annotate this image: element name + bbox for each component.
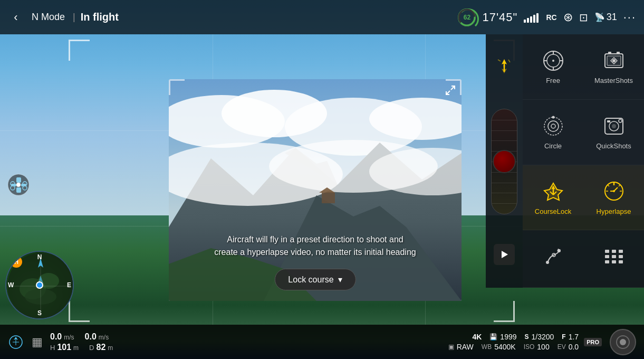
rc-label: RC: [546, 13, 556, 22]
direction-arrow: [495, 57, 514, 79]
mode-courselock[interactable]: CourseLock: [523, 165, 583, 231]
v-speed-value: 0.0: [85, 332, 97, 342]
bottom-bar: ▦ 0.0 m/s 0.0 m/s H 101 m D 82 m: [0, 325, 644, 359]
timeline-icon[interactable]: ▦: [29, 334, 45, 350]
signal-bar-2: [527, 18, 529, 23]
joystick-area: [486, 34, 523, 288]
circle-mode-label: Circle: [544, 142, 562, 150]
svg-rect-37: [608, 52, 611, 54]
mode-mastershots[interactable]: MasterShots: [583, 34, 644, 100]
resolution-value: 4K: [472, 333, 482, 341]
mode-hyperlapse[interactable]: Hyperlapse: [583, 165, 644, 231]
altitude-label: H: [50, 344, 55, 352]
video-subtitle: Aircraft will fly in a preset direction …: [169, 233, 462, 259]
svg-rect-75: [612, 260, 616, 263]
svg-point-25: [620, 339, 626, 345]
more-button[interactable]: ···: [623, 11, 636, 24]
mastershots-mode-label: MasterShots: [594, 77, 633, 84]
mastershots-mode-icon: [602, 49, 626, 72]
mode-waypoint[interactable]: [523, 230, 583, 288]
compass-south: S: [37, 309, 42, 317]
wb-value: 5400K: [494, 343, 515, 351]
mode-circle[interactable]: Circle: [523, 100, 583, 165]
back-button[interactable]: ‹: [8, 11, 24, 24]
mode-selector-panel: Free MasterShots Circle: [523, 34, 644, 288]
camera-settings-icon[interactable]: ⊛: [563, 11, 573, 24]
h-speed-unit: m/s: [64, 334, 74, 341]
storage-setting: 💾 1999: [489, 333, 516, 341]
lock-course-button[interactable]: Lock course ▾: [274, 269, 355, 290]
courselock-mode-icon: [541, 180, 565, 203]
wb-label-icon: WB: [482, 343, 492, 351]
svg-point-82: [503, 65, 505, 67]
satellite-icon: 📡: [594, 12, 605, 22]
pro-badge[interactable]: PRO: [584, 338, 602, 346]
storage-icon: 💾: [489, 333, 497, 341]
expand-button[interactable]: [445, 84, 456, 99]
left-panel: [5, 161, 32, 198]
sd-card-icon[interactable]: ⊡: [579, 11, 588, 24]
svg-rect-73: [619, 255, 623, 258]
storage-value: 1999: [500, 333, 516, 341]
format-icon: ▣: [448, 343, 454, 351]
mode-panorama[interactable]: [583, 230, 644, 288]
altitude: H 101 m: [50, 343, 79, 352]
corner-bracket-tl: [69, 40, 90, 61]
svg-rect-71: [605, 255, 609, 258]
vertical-speed: 0.0 m/s: [85, 332, 109, 342]
iso-value: 100: [537, 343, 549, 351]
signal-bar-4: [533, 15, 535, 23]
courselock-mode-label: CourseLock: [535, 207, 571, 215]
hyperlapse-mode-label: Hyperlapse: [597, 207, 631, 215]
attitude-indicator[interactable]: [8, 334, 24, 350]
svg-rect-74: [605, 260, 609, 263]
mode-quickshots[interactable]: QuickShots: [583, 100, 644, 165]
compass-east: E: [67, 281, 71, 289]
svg-rect-70: [619, 250, 623, 253]
iso-label-icon: ISO: [524, 343, 535, 351]
svg-point-40: [548, 121, 559, 131]
svg-line-81: [508, 60, 510, 62]
camera-settings-bar: 4K 💾 1999 S 1/3200 F 1.7 ▣ RAW WB 5400K: [448, 333, 579, 351]
drone-icon[interactable]: [5, 172, 32, 198]
aperture-label-icon: F: [562, 333, 565, 341]
quickshots-mode-icon: [602, 114, 626, 138]
signal-bars: [524, 12, 539, 23]
compass-widget[interactable]: N S E W H: [5, 251, 74, 319]
shutter-button[interactable]: [610, 329, 636, 355]
top-bar: ‹ N Mode | In flight 62 17'45" RC ⊛ ⊡: [0, 0, 644, 34]
svg-line-58: [614, 187, 618, 191]
camera-row-1: 4K 💾 1999 S 1/3200 F 1.7: [472, 333, 579, 341]
flight-status: In flight: [81, 11, 119, 23]
speed-row: 0.0 m/s 0.0 m/s: [50, 332, 113, 342]
shutter-value: 1/3200: [532, 333, 554, 341]
wb-setting: WB 5400K: [482, 343, 516, 351]
joystick-dial[interactable]: [491, 109, 517, 214]
video-corner-tl: [169, 79, 185, 95]
joystick-knob[interactable]: [493, 150, 516, 173]
svg-marker-83: [502, 251, 508, 258]
distance-value: 82: [96, 343, 105, 352]
mode-label: N Mode: [32, 12, 65, 23]
ev-label-icon: EV: [558, 343, 566, 351]
panorama-mode-icon: [602, 245, 626, 269]
shutter-setting: S 1/3200: [525, 333, 554, 341]
battery-percent: 62: [464, 14, 470, 21]
play-button[interactable]: [494, 244, 515, 265]
signal-bar-3: [530, 16, 532, 23]
compass-map: N S E W H: [6, 252, 73, 318]
iso-setting: ISO 100: [524, 343, 550, 351]
svg-point-41: [551, 124, 555, 128]
svg-rect-47: [607, 120, 610, 122]
svg-point-46: [612, 124, 616, 128]
resolution-setting: 4K: [472, 333, 482, 341]
free-mode-icon: [541, 49, 565, 72]
flight-time: 17'45": [482, 11, 517, 24]
flight-data: 0.0 m/s 0.0 m/s H 101 m D 82 m: [50, 332, 113, 352]
quickshots-mode-label: QuickShots: [596, 142, 631, 150]
distance-label: D: [89, 344, 94, 352]
free-mode-label: Free: [546, 77, 560, 84]
mode-free[interactable]: Free: [523, 34, 583, 100]
divider: |: [73, 12, 75, 23]
svg-line-98: [451, 86, 455, 90]
